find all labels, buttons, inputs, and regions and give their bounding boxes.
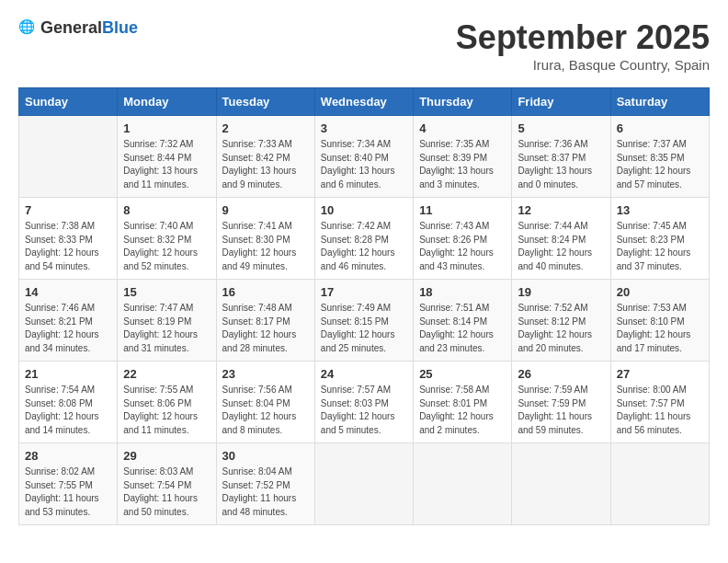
day-number: 18 bbox=[419, 285, 506, 299]
weekday-header-wednesday: Wednesday bbox=[314, 88, 413, 116]
calendar-week-2: 7Sunrise: 7:38 AMSunset: 8:33 PMDaylight… bbox=[19, 198, 710, 280]
cell-info: Sunrise: 8:03 AMSunset: 7:54 PMDaylight:… bbox=[123, 465, 210, 519]
cell-info: Sunrise: 7:40 AMSunset: 8:32 PMDaylight:… bbox=[123, 220, 210, 273]
calendar-body: 1Sunrise: 7:32 AMSunset: 8:44 PMDaylight… bbox=[19, 116, 710, 525]
cell-info: Sunrise: 7:33 AMSunset: 8:42 PMDaylight:… bbox=[222, 138, 309, 191]
day-number: 21 bbox=[25, 367, 111, 381]
calendar-cell: 7Sunrise: 7:38 AMSunset: 8:33 PMDaylight… bbox=[19, 198, 118, 280]
calendar-cell: 23Sunrise: 7:56 AMSunset: 8:04 PMDayligh… bbox=[216, 362, 314, 443]
calendar-cell bbox=[414, 443, 512, 525]
day-number: 9 bbox=[222, 203, 309, 217]
cell-info: Sunrise: 7:45 AMSunset: 8:23 PMDaylight:… bbox=[617, 220, 703, 273]
calendar-cell: 16Sunrise: 7:48 AMSunset: 8:17 PMDayligh… bbox=[216, 280, 314, 362]
cell-info: Sunrise: 7:53 AMSunset: 8:10 PMDaylight:… bbox=[617, 302, 703, 355]
calendar-cell: 26Sunrise: 7:59 AMSunset: 7:59 PMDayligh… bbox=[512, 362, 610, 443]
day-number: 16 bbox=[222, 285, 309, 299]
day-number: 1 bbox=[123, 121, 210, 135]
calendar-cell: 10Sunrise: 7:42 AMSunset: 8:28 PMDayligh… bbox=[314, 198, 413, 280]
calendar-cell: 11Sunrise: 7:43 AMSunset: 8:26 PMDayligh… bbox=[414, 198, 512, 280]
day-number: 25 bbox=[419, 367, 506, 381]
cell-info: Sunrise: 7:51 AMSunset: 8:14 PMDaylight:… bbox=[419, 302, 506, 355]
weekday-header-sunday: Sunday bbox=[19, 88, 118, 116]
day-number: 19 bbox=[518, 285, 604, 299]
day-number: 2 bbox=[222, 121, 309, 135]
day-number: 24 bbox=[321, 367, 407, 381]
calendar-cell bbox=[19, 116, 118, 198]
calendar-table: SundayMondayTuesdayWednesdayThursdayFrid… bbox=[18, 87, 710, 525]
cell-info: Sunrise: 7:58 AMSunset: 8:01 PMDaylight:… bbox=[419, 384, 506, 437]
weekday-header-monday: Monday bbox=[118, 88, 216, 116]
calendar-week-5: 28Sunrise: 8:02 AMSunset: 7:55 PMDayligh… bbox=[19, 443, 710, 525]
logo-icon: 🌐 bbox=[18, 19, 37, 38]
day-number: 29 bbox=[123, 449, 210, 463]
calendar-cell: 14Sunrise: 7:46 AMSunset: 8:21 PMDayligh… bbox=[19, 280, 118, 362]
calendar-cell: 1Sunrise: 7:32 AMSunset: 8:44 PMDaylight… bbox=[118, 116, 216, 198]
calendar-header: SundayMondayTuesdayWednesdayThursdayFrid… bbox=[19, 88, 710, 116]
day-number: 22 bbox=[123, 367, 210, 381]
logo: 🌐 GeneralBlue bbox=[18, 18, 138, 38]
header: 🌐 GeneralBlue September 2025 Irura, Basq… bbox=[18, 18, 710, 73]
title-area: September 2025 Irura, Basque Country, Sp… bbox=[456, 18, 710, 73]
day-number: 30 bbox=[222, 449, 309, 463]
cell-info: Sunrise: 7:47 AMSunset: 8:19 PMDaylight:… bbox=[123, 302, 210, 355]
day-number: 10 bbox=[321, 203, 407, 217]
calendar-cell: 29Sunrise: 8:03 AMSunset: 7:54 PMDayligh… bbox=[118, 443, 216, 525]
cell-info: Sunrise: 7:36 AMSunset: 8:37 PMDaylight:… bbox=[518, 138, 604, 191]
cell-info: Sunrise: 7:34 AMSunset: 8:40 PMDaylight:… bbox=[321, 138, 407, 191]
weekday-header-tuesday: Tuesday bbox=[216, 88, 314, 116]
calendar-cell: 18Sunrise: 7:51 AMSunset: 8:14 PMDayligh… bbox=[414, 280, 512, 362]
cell-info: Sunrise: 7:48 AMSunset: 8:17 PMDaylight:… bbox=[222, 302, 309, 355]
logo-blue-text: Blue bbox=[102, 18, 138, 37]
cell-info: Sunrise: 8:00 AMSunset: 7:57 PMDaylight:… bbox=[617, 384, 703, 437]
cell-info: Sunrise: 7:55 AMSunset: 8:06 PMDaylight:… bbox=[123, 384, 210, 437]
calendar-cell: 15Sunrise: 7:47 AMSunset: 8:19 PMDayligh… bbox=[118, 280, 216, 362]
cell-info: Sunrise: 8:04 AMSunset: 7:52 PMDaylight:… bbox=[222, 465, 309, 519]
calendar-cell: 4Sunrise: 7:35 AMSunset: 8:39 PMDaylight… bbox=[414, 116, 512, 198]
day-number: 7 bbox=[25, 203, 111, 217]
weekday-header-saturday: Saturday bbox=[610, 88, 709, 116]
calendar-cell: 20Sunrise: 7:53 AMSunset: 8:10 PMDayligh… bbox=[610, 280, 709, 362]
logo-general-text: General bbox=[40, 18, 102, 37]
calendar-cell: 25Sunrise: 7:58 AMSunset: 8:01 PMDayligh… bbox=[414, 362, 512, 443]
calendar-cell: 8Sunrise: 7:40 AMSunset: 8:32 PMDaylight… bbox=[118, 198, 216, 280]
day-number: 4 bbox=[419, 121, 506, 135]
calendar-cell: 5Sunrise: 7:36 AMSunset: 8:37 PMDaylight… bbox=[512, 116, 610, 198]
day-number: 15 bbox=[123, 285, 210, 299]
cell-info: Sunrise: 7:38 AMSunset: 8:33 PMDaylight:… bbox=[25, 220, 111, 273]
day-number: 28 bbox=[25, 449, 111, 463]
calendar-cell: 30Sunrise: 8:04 AMSunset: 7:52 PMDayligh… bbox=[216, 443, 314, 525]
calendar-cell: 24Sunrise: 7:57 AMSunset: 8:03 PMDayligh… bbox=[314, 362, 413, 443]
calendar-cell: 19Sunrise: 7:52 AMSunset: 8:12 PMDayligh… bbox=[512, 280, 610, 362]
day-number: 27 bbox=[617, 367, 703, 381]
calendar-cell: 6Sunrise: 7:37 AMSunset: 8:35 PMDaylight… bbox=[610, 116, 709, 198]
cell-info: Sunrise: 7:32 AMSunset: 8:44 PMDaylight:… bbox=[123, 138, 210, 191]
calendar-cell: 9Sunrise: 7:41 AMSunset: 8:30 PMDaylight… bbox=[216, 198, 314, 280]
day-number: 13 bbox=[617, 203, 703, 217]
location-title: Irura, Basque Country, Spain bbox=[456, 57, 710, 73]
cell-info: Sunrise: 7:35 AMSunset: 8:39 PMDaylight:… bbox=[419, 138, 506, 191]
cell-info: Sunrise: 7:41 AMSunset: 8:30 PMDaylight:… bbox=[222, 220, 309, 273]
calendar-cell: 13Sunrise: 7:45 AMSunset: 8:23 PMDayligh… bbox=[610, 198, 709, 280]
calendar-cell bbox=[314, 443, 413, 525]
day-number: 17 bbox=[321, 285, 407, 299]
cell-info: Sunrise: 7:57 AMSunset: 8:03 PMDaylight:… bbox=[321, 384, 407, 437]
cell-info: Sunrise: 7:44 AMSunset: 8:24 PMDaylight:… bbox=[518, 220, 604, 273]
weekday-header-friday: Friday bbox=[512, 88, 610, 116]
day-number: 11 bbox=[419, 203, 506, 217]
calendar-cell: 27Sunrise: 8:00 AMSunset: 7:57 PMDayligh… bbox=[610, 362, 709, 443]
day-number: 3 bbox=[321, 121, 407, 135]
cell-info: Sunrise: 7:46 AMSunset: 8:21 PMDaylight:… bbox=[25, 302, 111, 355]
calendar-cell bbox=[512, 443, 610, 525]
day-number: 12 bbox=[518, 203, 604, 217]
cell-info: Sunrise: 7:37 AMSunset: 8:35 PMDaylight:… bbox=[617, 138, 703, 191]
cell-info: Sunrise: 7:49 AMSunset: 8:15 PMDaylight:… bbox=[321, 302, 407, 355]
cell-info: Sunrise: 7:54 AMSunset: 8:08 PMDaylight:… bbox=[25, 384, 111, 437]
cell-info: Sunrise: 7:56 AMSunset: 8:04 PMDaylight:… bbox=[222, 384, 309, 437]
day-number: 20 bbox=[617, 285, 703, 299]
calendar-cell: 21Sunrise: 7:54 AMSunset: 8:08 PMDayligh… bbox=[19, 362, 118, 443]
calendar-week-3: 14Sunrise: 7:46 AMSunset: 8:21 PMDayligh… bbox=[19, 280, 710, 362]
cell-info: Sunrise: 8:02 AMSunset: 7:55 PMDaylight:… bbox=[25, 465, 111, 519]
weekday-header-thursday: Thursday bbox=[414, 88, 512, 116]
cell-info: Sunrise: 7:52 AMSunset: 8:12 PMDaylight:… bbox=[518, 302, 604, 355]
day-number: 14 bbox=[25, 285, 111, 299]
